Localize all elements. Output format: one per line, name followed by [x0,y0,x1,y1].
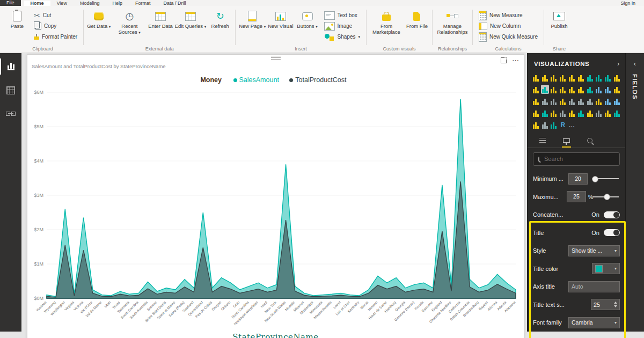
viz-type-custom-visual-5[interactable] [568,108,576,117]
viz-type-funnel[interactable] [613,85,621,94]
viz-type-stacked-bar[interactable] [532,73,540,82]
viz-type-custom-visual-10[interactable] [613,108,621,117]
publish-button[interactable]: Publish [547,9,571,45]
tab-data-drill[interactable]: Data / Drill [157,1,192,6]
concatenate-toggle[interactable] [604,211,620,218]
viz-type-custom-visual-7[interactable] [586,108,594,117]
viz-type-custom-visual-9[interactable] [604,108,612,117]
format-painter-button[interactable]: Format Painter [31,32,80,42]
viz-type-shape-map[interactable] [604,97,612,106]
viz-type-ribbon-chart[interactable] [541,85,549,94]
report-canvas[interactable]: ⋯ SalesAmount and TotalProductCost by St… [21,53,527,332]
report-view-button[interactable] [0,58,21,75]
data-view-button[interactable] [0,82,21,98]
viz-type-donut[interactable] [577,85,585,94]
from-file-button[interactable]: From File [405,9,429,45]
tab-format[interactable]: Format [129,1,157,6]
viz-type-clustered-column[interactable] [559,73,567,82]
viz-type-100-stacked-column[interactable] [577,73,585,82]
title-toggle[interactable] [604,229,620,236]
viz-type-filled-map[interactable] [604,85,612,94]
minimum-value-input[interactable]: 20 [568,173,588,185]
viz-type-table[interactable] [577,97,585,106]
viz-type-more-visuals[interactable]: ⋯ [568,120,576,129]
paste-button[interactable]: Paste [5,9,29,45]
minimum-slider[interactable] [592,178,619,179]
style-dropdown[interactable]: Show title ...▾ [568,245,620,256]
viz-type-custom-visual-12[interactable] [541,120,549,129]
edit-queries-button[interactable]: Edit Queries ▾ [175,9,206,45]
viz-type-custom-visual-6[interactable] [577,108,585,117]
viz-type-stacked-column[interactable] [541,73,549,82]
tab-view[interactable]: View [50,1,74,6]
viz-type-line-stacked-column[interactable] [613,73,621,82]
viz-type-custom-visual-13[interactable] [550,120,558,129]
visual-more-options-icon[interactable]: ⋯ [512,59,519,62]
model-view-button[interactable] [0,106,21,122]
viz-type-multi-row-card[interactable] [550,97,558,106]
axis-title-input[interactable]: Auto [568,281,620,292]
viz-type-custom-visual-3[interactable] [550,108,558,117]
viz-type-slicer[interactable] [568,97,576,106]
enter-data-button[interactable]: Enter Data [148,9,172,45]
viz-type-scatter[interactable] [559,85,567,94]
title-text-size-stepper[interactable]: 25 [591,299,620,310]
legend-item-salesamount[interactable]: SalesAmount [233,76,279,84]
viz-type-line-clustered-column[interactable] [532,85,540,94]
tab-format-pane[interactable] [562,134,571,148]
drag-handle[interactable] [271,56,281,60]
viz-type-custom-visual-11[interactable] [532,120,540,129]
tab-analytics-pane[interactable] [586,134,594,148]
shapes-button[interactable]: Shapes ▾ [321,32,363,42]
tab-modeling[interactable]: Modeling [74,1,106,6]
tab-home[interactable]: Home [24,1,50,6]
new-page-button[interactable]: New Page ▾ [239,9,266,45]
cut-button[interactable]: ✂Cut [31,10,80,20]
manage-relationships-button[interactable]: Manage Relationships [436,9,469,45]
tab-help[interactable]: Help [106,1,129,6]
new-measure-button[interactable]: New Measure [476,10,540,20]
search-input[interactable] [543,155,621,163]
viz-type-gauge[interactable] [532,97,540,106]
new-column-button[interactable]: New Column [476,21,540,31]
viz-type-pie[interactable] [568,85,576,94]
viz-type-card[interactable] [541,97,549,106]
viz-type-clustered-bar[interactable] [550,73,558,82]
viz-type-custom-visual-2[interactable] [541,108,549,117]
buttons-button[interactable]: Buttons ▾ [296,9,319,45]
viz-type-line[interactable] [586,73,594,82]
font-family-dropdown[interactable]: Cambria▾ [568,317,620,328]
collapse-panel-icon[interactable]: › [617,60,620,68]
viz-type-treemap[interactable] [586,85,594,94]
viz-type-custom-visual-1[interactable] [532,108,540,117]
viz-type-key-influencers[interactable] [595,97,603,106]
text-box-button[interactable]: Text box [321,10,363,20]
viz-type-100-stacked-bar[interactable] [568,73,576,82]
new-quick-measure-button[interactable]: New Quick Measure [476,32,540,42]
viz-type-r-script[interactable]: R [559,120,567,129]
viz-type-custom-visual-4[interactable] [559,108,567,117]
legend-item-totalproductcost[interactable]: TotalProductCost [289,76,346,84]
viz-type-map[interactable] [595,85,603,94]
viz-type-waterfall[interactable] [550,85,558,94]
focus-mode-icon[interactable] [501,57,507,63]
stepper-arrows-icon[interactable] [614,302,617,307]
maximum-value-input[interactable]: 25 [567,191,586,202]
get-data-button[interactable]: Get Data ▾ [87,9,111,45]
expand-fields-icon[interactable]: ‹ [634,60,636,68]
from-marketplace-button[interactable]: From Marketplace [370,9,403,45]
maximum-slider[interactable] [593,196,619,197]
viz-type-custom-visual-8[interactable] [595,108,603,117]
title-color-dropdown[interactable]: ▾ [592,263,620,274]
recent-sources-button[interactable]: ◷ Recent Sources ▾ [113,9,146,45]
viz-type-arcgis-map[interactable] [613,97,621,106]
tab-fields-pane[interactable] [538,134,547,148]
tab-file[interactable]: File [0,0,21,6]
sign-in-button[interactable]: Sign in [612,1,644,6]
viz-type-matrix[interactable] [586,97,594,106]
viz-type-stacked-area[interactable] [604,73,612,82]
area-chart-visual[interactable]: ⋯ SalesAmount and TotalProductCost by St… [27,54,524,338]
image-button[interactable]: Image [321,21,363,31]
area-chart[interactable]: $0M$1M$2M$3M$4M$5M$6MYvelinesWyomingWash… [28,85,520,333]
viz-type-area[interactable] [595,73,603,82]
